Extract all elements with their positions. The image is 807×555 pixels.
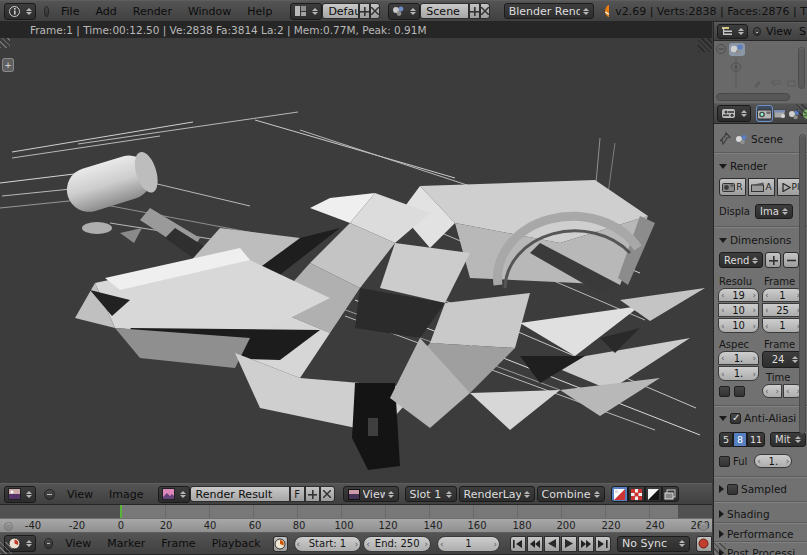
delete-scene-button[interactable] bbox=[480, 3, 490, 19]
vertical-scrollbar[interactable] bbox=[799, 134, 806, 434]
vertical-scrollbar[interactable] bbox=[798, 47, 805, 89]
screen-layout-selector[interactable] bbox=[290, 3, 322, 20]
panel-header-sampled-motion-blur[interactable]: Sampled bbox=[719, 483, 787, 495]
aspect-y-field[interactable]: 1. bbox=[718, 366, 759, 381]
collapse-menus-button[interactable] bbox=[44, 489, 55, 500]
next-keyframe-button[interactable] bbox=[578, 536, 594, 552]
menu-frame[interactable]: Frame bbox=[153, 533, 203, 554]
image-name-field[interactable]: Render Result bbox=[190, 486, 290, 502]
aa-samples-8-button[interactable]: 8 bbox=[733, 432, 747, 447]
render-engine-selector[interactable]: Blender Render bbox=[504, 3, 594, 19]
horizontal-scrollbar[interactable] bbox=[716, 93, 790, 101]
panel-header-render[interactable]: Render bbox=[719, 160, 767, 172]
aa-filter-dropdown[interactable]: Mit bbox=[770, 432, 806, 447]
menu-view[interactable]: View bbox=[59, 484, 101, 504]
scene-name-field[interactable]: Scene bbox=[420, 3, 468, 19]
outliner-tree[interactable] bbox=[714, 41, 807, 103]
collapse-menus-button[interactable] bbox=[44, 538, 53, 549]
pin-icon[interactable] bbox=[719, 132, 731, 145]
frame-start-field[interactable]: 1 bbox=[762, 288, 803, 302]
area-corner-widget[interactable] bbox=[0, 542, 12, 554]
menu-window[interactable]: Window bbox=[180, 1, 239, 21]
view-mode-dropdown[interactable]: View bbox=[343, 486, 399, 502]
add-layout-button[interactable] bbox=[359, 3, 370, 19]
new-image-button[interactable] bbox=[305, 486, 320, 502]
area-corner-widget[interactable] bbox=[698, 38, 712, 52]
anti-aliasing-checkbox[interactable] bbox=[730, 413, 741, 424]
image-editor-canvas[interactable]: + bbox=[0, 38, 712, 483]
render-animation-button[interactable]: A bbox=[748, 178, 775, 196]
menu-add[interactable]: Add bbox=[87, 1, 124, 21]
menu-image[interactable]: Image bbox=[101, 484, 151, 504]
menu-marker[interactable]: Marker bbox=[99, 533, 153, 554]
full-sample-checkbox[interactable] bbox=[719, 456, 730, 467]
editor-type-selector[interactable] bbox=[717, 105, 751, 122]
frame-end-field[interactable]: 25 bbox=[762, 303, 803, 317]
remove-preset-button[interactable] bbox=[783, 252, 799, 268]
aa-samples-11-button[interactable]: 11 bbox=[747, 432, 765, 447]
editor-type-selector[interactable] bbox=[717, 24, 748, 39]
panel-header-post-processing[interactable]: Post Processi bbox=[719, 547, 795, 555]
collapse-menus-button[interactable] bbox=[753, 27, 761, 36]
framerate-dropdown[interactable]: 24 bbox=[762, 351, 803, 368]
timeline-track-area[interactable] bbox=[0, 505, 712, 518]
add-preset-button[interactable] bbox=[765, 252, 781, 268]
sync-mode-dropdown[interactable]: No Sync bbox=[617, 536, 690, 552]
menu-search[interactable]: S bbox=[797, 23, 807, 40]
fake-user-button[interactable]: F bbox=[290, 486, 305, 502]
tab-render-layers[interactable] bbox=[773, 105, 787, 122]
rgba-channel-toggle[interactable] bbox=[611, 486, 628, 502]
sampled-motion-blur-checkbox[interactable] bbox=[727, 484, 738, 495]
editor-type-selector[interactable] bbox=[4, 3, 36, 20]
collapse-menus-button[interactable] bbox=[44, 6, 49, 17]
scene-selector-icon-dd[interactable] bbox=[388, 3, 420, 20]
scrollbar-handle[interactable] bbox=[4, 522, 13, 531]
render-image-button[interactable]: R bbox=[719, 178, 746, 196]
crop-checkbox[interactable] bbox=[734, 386, 745, 397]
play-reverse-button[interactable] bbox=[544, 536, 560, 552]
area-corner-widget[interactable] bbox=[714, 543, 726, 555]
delete-layout-button[interactable] bbox=[370, 3, 380, 19]
aa-samples-5-button[interactable]: 5 bbox=[719, 432, 733, 447]
auto-keyframe-record-button[interactable] bbox=[696, 536, 712, 552]
preview-range-toggle[interactable] bbox=[273, 536, 288, 552]
timeline-playhead[interactable] bbox=[120, 505, 122, 518]
filter-size-field[interactable]: 1. bbox=[754, 454, 792, 468]
render-layer-dropdown[interactable]: RenderLayer bbox=[459, 486, 535, 502]
render-presets-dropdown[interactable]: Rend bbox=[719, 252, 763, 268]
frame-start-field[interactable]: Start: 1 bbox=[294, 536, 362, 552]
slot-dropdown[interactable]: Slot 1 bbox=[405, 486, 457, 502]
add-scene-button[interactable] bbox=[469, 3, 480, 19]
z-buffer-toggle[interactable] bbox=[645, 486, 662, 502]
play-button[interactable] bbox=[561, 536, 577, 552]
border-checkbox[interactable] bbox=[719, 386, 730, 397]
resolution-x-field[interactable]: 19 bbox=[718, 288, 759, 302]
panel-header-shading[interactable]: Shading bbox=[719, 508, 770, 520]
aspect-x-field[interactable]: 1. bbox=[718, 351, 759, 365]
alpha-channel-toggle[interactable] bbox=[628, 486, 645, 502]
timeline-ruler[interactable]: -40 -20 0 20 40 60 80 100 120 140 160 18… bbox=[0, 518, 712, 532]
jump-to-start-button[interactable] bbox=[510, 536, 526, 552]
region-expand-arrow[interactable]: + bbox=[2, 58, 14, 72]
menu-playback[interactable]: Playback bbox=[204, 533, 269, 554]
menu-help[interactable]: Help bbox=[239, 1, 280, 21]
panel-header-performance[interactable]: Performance bbox=[719, 528, 794, 540]
menu-file[interactable]: File bbox=[53, 1, 87, 21]
screen-layout-name-field[interactable]: Default bbox=[322, 3, 359, 19]
scrollbar-handle[interactable] bbox=[699, 522, 708, 531]
image-paint-toggle[interactable] bbox=[662, 486, 679, 502]
panel-header-anti-aliasing[interactable]: Anti-Aliasi bbox=[719, 412, 796, 424]
area-corner-widget[interactable] bbox=[0, 38, 10, 48]
jump-to-end-button[interactable] bbox=[595, 536, 611, 552]
menu-view[interactable]: View bbox=[57, 533, 99, 554]
unlink-image-button[interactable] bbox=[320, 486, 335, 502]
editor-type-selector[interactable] bbox=[4, 486, 36, 503]
menu-view[interactable]: View bbox=[761, 23, 797, 40]
image-datablock-icon-dd[interactable] bbox=[158, 486, 190, 503]
panel-header-dimensions[interactable]: Dimensions bbox=[719, 234, 791, 246]
tab-render[interactable] bbox=[756, 105, 773, 122]
prev-keyframe-button[interactable] bbox=[527, 536, 543, 552]
area-corner-widget[interactable] bbox=[796, 104, 807, 116]
frame-step-field[interactable]: 1 bbox=[762, 318, 803, 333]
current-frame-field[interactable]: 1 bbox=[437, 536, 500, 552]
